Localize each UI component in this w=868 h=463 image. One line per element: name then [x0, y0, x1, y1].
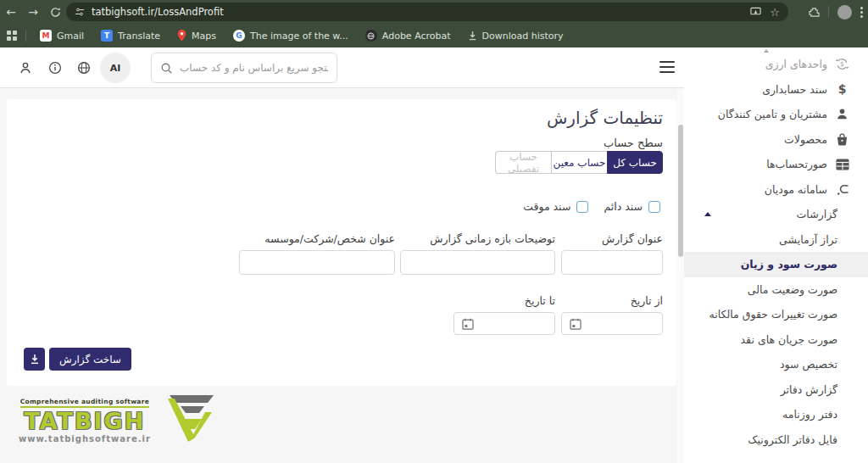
plug-icon: [835, 182, 849, 197]
extensions-icon[interactable]: [809, 7, 820, 18]
basket-icon: [835, 132, 849, 147]
bookmark-translate[interactable]: T Translate: [94, 28, 167, 43]
sidebar-item-equity-changes[interactable]: صورت تغییرات حقوق مالکانه: [684, 302, 868, 327]
sidebar-item-label: محصولات: [784, 133, 827, 146]
sidebar-scroll-up-icon[interactable]: [764, 49, 769, 53]
sidebar-item-label: صورتحساب‌ها: [766, 158, 827, 170]
tatbigh-logo: Comprehensive auditing software TATBIGH …: [19, 393, 217, 448]
tab-total-account[interactable]: حساب کل: [607, 151, 663, 174]
document-type-checkboxes: سند دائم سند موقت: [523, 200, 660, 213]
quick-search[interactable]: [151, 53, 337, 83]
field-report-title: عنوان گزارش: [561, 232, 663, 275]
sidebar-item-trial-balance[interactable]: تراز آزمایشی: [684, 227, 868, 253]
page-title: تنظیمات گزارش: [547, 108, 663, 128]
sidebar-item-accounting-doc[interactable]: $ سند حسابداری: [684, 77, 868, 103]
sidebar-nav: $ واحدهای ارزی $ سند حسابداری مشتریان و …: [684, 47, 868, 463]
sidebar-item-label: مشتریان و تامین کنندگان: [718, 108, 827, 120]
logo-tagline: Comprehensive auditing software: [20, 398, 149, 408]
sidebar-item-label: واحدهای ارزی: [765, 58, 827, 70]
dollar-icon: $: [835, 82, 849, 97]
sidebar-item-cash-flow[interactable]: صورت جریان های نقد: [684, 327, 868, 353]
reload-icon[interactable]: [44, 7, 66, 18]
field-label: عنوان شخص/شرکت/موسسه: [239, 232, 395, 245]
currency-exchange-icon: $: [835, 57, 849, 71]
url-text: tatbighsoft.ir/LossAndProfit: [92, 6, 742, 18]
checkbox-permanent-doc[interactable]: سند دائم: [604, 200, 660, 213]
tab-specific-account[interactable]: حساب معین: [551, 151, 607, 174]
field-label: عنوان گزارش: [561, 232, 663, 245]
checkbox-temporary-doc[interactable]: سند موقت: [523, 200, 588, 213]
tab-detailed-account[interactable]: حساب تفصیلی: [495, 151, 551, 174]
checkbox-icon[interactable]: [576, 201, 588, 213]
user-icon[interactable]: [19, 61, 32, 75]
collapse-caret-icon[interactable]: [704, 212, 711, 216]
report-settings-card: تنظیمات گزارش سطح حساب حساب کل حساب معین…: [7, 99, 676, 386]
sidebar-item-electronic-books-file[interactable]: فایل دفاتر الکترونیک: [684, 427, 868, 453]
back-icon[interactable]: ←: [0, 5, 22, 19]
forward-icon[interactable]: →: [22, 5, 44, 19]
calendar-icon[interactable]: [462, 318, 474, 330]
url-bar[interactable]: tatbighsoft.ir/LossAndProfit ☆: [66, 3, 788, 21]
checkbox-icon[interactable]: [648, 201, 660, 213]
divider: [828, 6, 829, 18]
app-header: AI: [0, 47, 684, 88]
bookmark-gmail[interactable]: M Gmail: [33, 28, 91, 43]
period-description-input[interactable]: [400, 250, 555, 275]
profile-avatar[interactable]: [837, 5, 852, 20]
site-settings-icon[interactable]: [75, 7, 85, 17]
field-period-description: توضیحات بازه زمانی گزارش: [400, 232, 555, 275]
field-label: توضیحات بازه زمانی گزارش: [400, 232, 555, 245]
google-g-icon: G: [233, 30, 245, 42]
sidebar-item-financial-position[interactable]: صورت وضعیت مالی: [684, 277, 868, 303]
browser-toolbar: ← → tatbighsoft.ir/LossAndProfit ☆: [0, 0, 868, 24]
bookmark-maps[interactable]: Maps: [170, 28, 223, 43]
to-date-input[interactable]: [453, 312, 555, 335]
sidebar-item-books-report[interactable]: گزارش دفاتر: [684, 377, 868, 403]
apps-grid-icon[interactable]: [7, 31, 17, 41]
calendar-icon[interactable]: [570, 318, 581, 330]
invoice-table-icon: [835, 157, 849, 171]
download-icon: [30, 354, 40, 365]
sidebar-item-profit-allocation[interactable]: تخصیص سود: [684, 352, 868, 377]
logo-brand: TATBIGH: [24, 408, 145, 434]
sidebar-item-reports[interactable]: گزارشات: [684, 202, 868, 227]
search-input[interactable]: [180, 62, 328, 74]
scrollbar-thumb[interactable]: [678, 125, 683, 257]
browser-menu-icon[interactable]: [860, 7, 863, 18]
app-page: AI $ واحدهای ارزی $ سند حسابداری: [0, 47, 868, 463]
logo-mark-icon: [158, 393, 217, 448]
send-to-device-icon[interactable]: [750, 7, 761, 17]
divider: [25, 30, 26, 42]
sidebar-item-taxpayers-system[interactable]: سامانه مودیان: [684, 177, 868, 203]
sidebar-item-journal-book[interactable]: دفتر روزنامه: [684, 402, 868, 427]
sidebar-item-profit-loss[interactable]: صورت سود و زیان: [684, 252, 868, 277]
search-icon: [160, 62, 173, 75]
field-entity-title: عنوان شخص/شرکت/موسسه: [239, 232, 395, 275]
sidebar-item-customers-suppliers[interactable]: مشتریان و تامین کنندگان: [684, 102, 868, 127]
bookmark-star-icon[interactable]: ☆: [770, 6, 780, 19]
acrobat-icon: [365, 30, 377, 42]
ai-assistant-button[interactable]: AI: [100, 53, 131, 83]
bookmarks-bar: M Gmail T Translate Maps G The image of …: [0, 24, 868, 47]
info-icon[interactable]: [48, 61, 62, 75]
sidebar-item-products[interactable]: محصولات: [684, 127, 868, 153]
from-date-input[interactable]: [561, 312, 663, 335]
logo-website: www.tatbighsoftware.ir: [19, 434, 151, 443]
download-icon: [468, 31, 477, 41]
bookmark-image-of-the-w[interactable]: G The image of the w...: [226, 28, 355, 43]
bookmark-adobe-acrobat[interactable]: Adobe Acrobat: [359, 28, 458, 43]
globe-icon[interactable]: [77, 61, 91, 75]
content-scrollbar[interactable]: [677, 89, 684, 463]
gmail-icon: M: [40, 30, 52, 42]
translate-icon: T: [101, 30, 113, 42]
bookmark-download-history[interactable]: Download history: [461, 29, 570, 43]
entity-title-input[interactable]: [239, 250, 395, 275]
export-download-button[interactable]: [24, 348, 45, 371]
sidebar-item-invoices[interactable]: صورتحساب‌ها: [684, 152, 868, 177]
create-report-button[interactable]: ساخت گزارش: [49, 348, 131, 371]
maps-pin-icon: [177, 30, 186, 42]
field-label: از تاریخ: [561, 294, 663, 307]
report-title-input[interactable]: [561, 250, 663, 275]
menu-hamburger-icon[interactable]: [659, 61, 675, 73]
sidebar-item-currency-units[interactable]: $ واحدهای ارزی: [684, 52, 868, 77]
